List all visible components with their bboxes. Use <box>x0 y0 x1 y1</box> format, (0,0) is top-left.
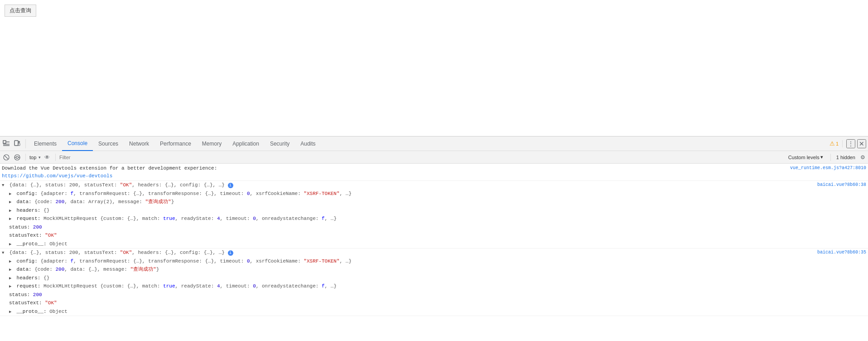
obj1-headers-arrow[interactable] <box>9 208 14 214</box>
main-page: 点击查询 <box>0 0 868 136</box>
obj2-config: config: {adapter: f, transformRequest: {… <box>7 257 868 266</box>
obj2-request: request: MockXMLHttpRequest {custom: {…}… <box>7 282 868 291</box>
svg-rect-0 <box>3 141 6 143</box>
obj2-summary-text: {data: {…}, status: 200, statusText: "OK… <box>10 250 228 255</box>
obj2-expand-arrow[interactable] <box>2 250 6 257</box>
console-toolbar: top ▾ 👁 Custom levels ▾ 1 hidden ⚙ <box>0 151 868 164</box>
obj2-proto-arrow[interactable] <box>9 309 14 316</box>
tab-network[interactable]: Network <box>124 136 154 151</box>
obj1-config-arrow[interactable] <box>9 191 14 198</box>
devtools-extension-text: Download the Vue Devtools extension for … <box>2 165 786 172</box>
eye-icon[interactable]: 👁 <box>43 153 52 162</box>
inspect-element-icon[interactable] <box>2 139 11 148</box>
obj1-proto: __proto__: Object <box>7 240 868 248</box>
devtools-extension-message: Download the Vue Devtools extension for … <box>0 164 868 181</box>
obj1-summary-text: {data: {…}, status: 200, statusText: "OK… <box>10 182 228 188</box>
obj2-headers: headers: {} <box>7 274 868 283</box>
tab-bar-right: ⚠ 1 ⋮ ✕ <box>829 139 868 148</box>
obj1-request-arrow[interactable] <box>9 216 14 223</box>
obj1-config: config: {adapter: f, transformRequest: {… <box>7 190 868 198</box>
obj1-headers: headers: {} <box>7 206 868 215</box>
warning-badge[interactable]: ⚠ 1 <box>829 140 839 147</box>
console-settings-icon[interactable]: ⚙ <box>859 154 866 161</box>
obj1-request: request: MockXMLHttpRequest {custom: {…}… <box>7 214 868 223</box>
obj2-proto: __proto__: Object <box>7 307 868 316</box>
obj1-source[interactable]: baicai.vue?8b60:38 <box>813 181 866 188</box>
obj2-config-arrow[interactable] <box>9 259 14 265</box>
obj1-expand-arrow[interactable] <box>2 183 6 189</box>
tab-audits[interactable]: Audits <box>295 136 321 151</box>
console-object-1: {data: {…}, status: 200, statusText: "OK… <box>0 181 868 248</box>
obj1-info-badge[interactable]: i <box>228 183 233 188</box>
tab-memory[interactable]: Memory <box>197 136 227 151</box>
clear-console-icon[interactable] <box>2 153 11 162</box>
obj1-children: config: {adapter: f, transformRequest: {… <box>0 190 868 248</box>
filter-input[interactable] <box>59 153 783 162</box>
devtools-tabs: Elements Console Sources Network Perform… <box>0 136 868 151</box>
warning-icon: ⚠ <box>829 140 835 147</box>
obj1-summary-row: {data: {…}, status: 200, statusText: "OK… <box>0 181 868 190</box>
custom-levels-button[interactable]: Custom levels ▾ <box>785 154 827 160</box>
devtools-msg-source[interactable]: vue_runtime.esm.js?a427:8010 <box>786 165 866 171</box>
tab-application[interactable]: Application <box>227 136 265 151</box>
hidden-count-badge: 1 hidden <box>834 155 857 160</box>
tab-elements[interactable]: Elements <box>29 136 62 151</box>
obj2-data: data: {code: 200, data: {…}, message: "查… <box>7 265 868 274</box>
obj1-data-arrow[interactable] <box>9 200 14 206</box>
devtools-extension-link[interactable]: https://github.com/vuejs/vue-devtools <box>2 172 786 180</box>
svg-rect-4 <box>14 141 18 146</box>
obj1-proto-arrow[interactable] <box>9 242 14 248</box>
obj1-statustext: statusText: "OK" <box>7 231 868 240</box>
devtools-panel: Elements Console Sources Network Perform… <box>0 136 868 341</box>
tab-security[interactable]: Security <box>265 136 295 151</box>
divider-right <box>842 140 843 147</box>
console-object-2: {data: {…}, status: 200, statusText: "OK… <box>0 248 868 316</box>
obj1-status: status: 200 <box>7 223 868 232</box>
devtools-header-icons <box>2 139 22 148</box>
toolbar-divider2 <box>55 154 56 161</box>
tab-sources[interactable]: Sources <box>93 136 124 151</box>
context-selector[interactable]: top ▾ <box>29 155 41 160</box>
obj2-status: status: 200 <box>7 291 868 299</box>
warning-count: 1 <box>836 141 839 146</box>
device-toolbar-icon[interactable] <box>13 139 22 148</box>
custom-levels-arrow: ▾ <box>820 154 823 160</box>
obj2-data-arrow[interactable] <box>9 267 14 273</box>
obj1-data: data: {code: 200, data: Array(2), messag… <box>7 198 868 206</box>
obj1-source-link[interactable]: baicai.vue?8b60:38 <box>817 182 866 187</box>
obj2-children: config: {adapter: f, transformRequest: {… <box>0 257 868 316</box>
obj2-headers-arrow[interactable] <box>9 276 14 282</box>
obj2-source-link[interactable]: baicai.vue?8b60:35 <box>817 250 866 255</box>
devtools-msg-source-link[interactable]: vue_runtime.esm.js?a427:8010 <box>790 166 866 170</box>
tab-performance[interactable]: Performance <box>154 136 197 151</box>
obj2-request-arrow[interactable] <box>9 284 14 290</box>
toolbar-divider <box>25 154 26 161</box>
filter-icon[interactable] <box>13 153 22 162</box>
query-button[interactable]: 点击查询 <box>5 5 36 17</box>
close-devtools-icon[interactable]: ✕ <box>857 139 866 148</box>
divider <box>25 139 26 148</box>
obj2-statustext: statusText: "OK" <box>7 299 868 307</box>
svg-line-9 <box>5 156 8 159</box>
vue-devtools-link[interactable]: https://github.com/vuejs/vue-devtools <box>2 173 112 179</box>
select-arrow-icon: ▾ <box>39 155 41 160</box>
console-output: Download the Vue Devtools extension for … <box>0 164 868 341</box>
obj2-info-badge[interactable]: i <box>228 250 233 256</box>
toolbar-divider3 <box>830 154 831 161</box>
obj2-summary-row: {data: {…}, status: 200, statusText: "OK… <box>0 248 868 257</box>
tab-console[interactable]: Console <box>62 136 93 151</box>
custom-levels-label: Custom levels <box>788 155 820 160</box>
svg-point-11 <box>16 156 19 158</box>
obj2-source[interactable]: baicai.vue?8b60:35 <box>813 249 866 256</box>
three-dot-menu-icon[interactable]: ⋮ <box>846 139 855 148</box>
